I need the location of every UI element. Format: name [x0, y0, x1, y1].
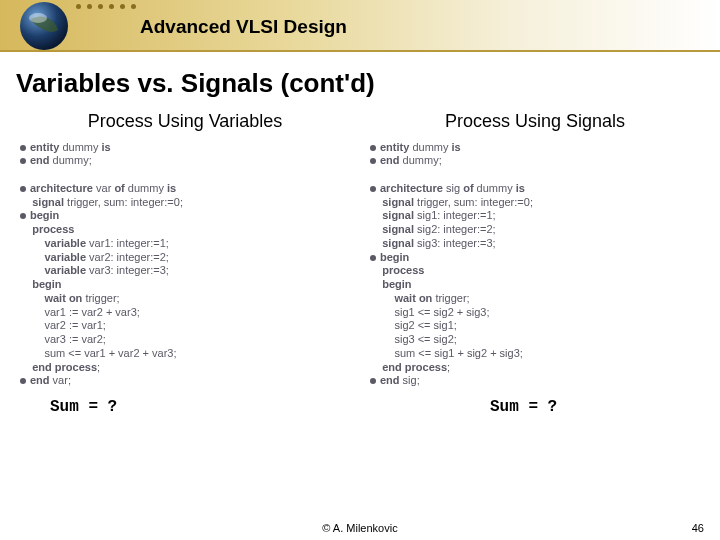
- left-question: Sum = ?: [20, 398, 350, 416]
- left-column: Process Using Variables entity dummy is …: [20, 111, 350, 416]
- globe-icon: [18, 0, 70, 52]
- slide-title: Variables vs. Signals (cont'd): [16, 68, 720, 99]
- right-question: Sum = ?: [370, 398, 700, 416]
- right-code: entity dummy is end dummy; architecture …: [370, 141, 700, 389]
- course-title: Advanced VLSI Design: [140, 16, 347, 38]
- right-heading: Process Using Signals: [370, 111, 700, 133]
- svg-point-1: [29, 13, 47, 23]
- copyright: © A. Milenkovic: [322, 522, 397, 534]
- right-column: Process Using Signals entity dummy is en…: [370, 111, 700, 416]
- header-bar: Advanced VLSI Design: [0, 0, 720, 52]
- left-code: entity dummy is end dummy; architecture …: [20, 141, 350, 389]
- decorative-dots: [76, 4, 136, 9]
- content-columns: Process Using Variables entity dummy is …: [0, 111, 720, 416]
- left-heading: Process Using Variables: [20, 111, 350, 133]
- page-number: 46: [692, 522, 704, 534]
